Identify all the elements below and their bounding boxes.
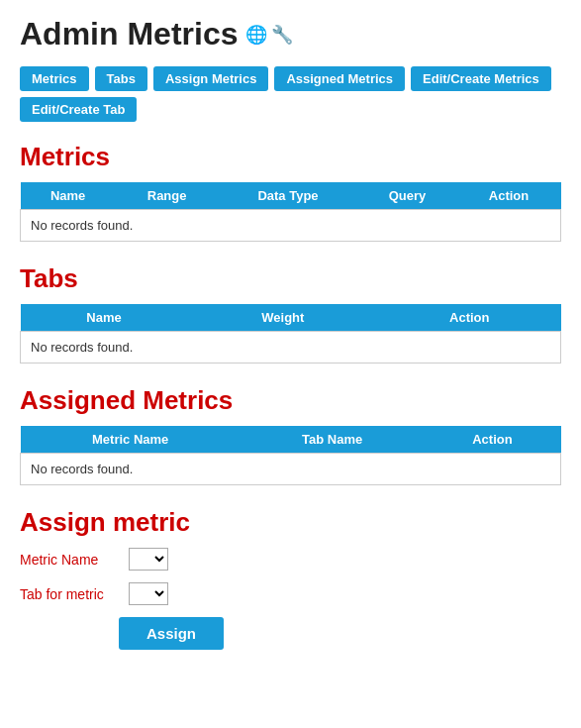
page-title-icons: 🌐 🔧	[245, 24, 293, 46]
tabs-col-weight: Weight	[188, 304, 378, 332]
metrics-col-action: Action	[456, 182, 560, 210]
tabs-table-header: Name Weight Action	[21, 304, 561, 332]
page-title-text: Admin Metrics	[20, 16, 238, 52]
assigned-col-tab-name: Tab Name	[241, 426, 424, 454]
assigned-col-action: Action	[424, 426, 560, 454]
wrench-icon: 🔧	[271, 24, 293, 46]
metrics-col-datatype: Data Type	[219, 182, 358, 210]
metrics-col-name: Name	[21, 182, 116, 210]
nav-btn-assigned-metrics[interactable]: Assigned Metrics	[274, 66, 405, 91]
assign-metric-section-title: Assign metric	[20, 507, 561, 538]
metrics-section-title: Metrics	[20, 142, 561, 172]
tab-metric-select[interactable]	[129, 582, 168, 605]
assign-button-row: Assign	[20, 617, 561, 650]
assigned-metrics-empty: No records found.	[21, 454, 561, 485]
table-row: No records found.	[21, 332, 561, 364]
tabs-col-name: Name	[21, 304, 188, 332]
metrics-empty: No records found.	[21, 210, 561, 242]
assigned-metrics-table-header: Metric Name Tab Name Action	[21, 426, 561, 454]
tabs-empty: No records found.	[21, 332, 561, 364]
table-row: No records found.	[21, 454, 561, 485]
assign-metric-form: Metric Name Tab for metric Assign	[20, 548, 561, 650]
assigned-metrics-section-title: Assigned Metrics	[20, 385, 561, 416]
info-icon: 🌐	[245, 24, 267, 46]
page-title: Admin Metrics 🌐 🔧	[20, 16, 561, 52]
nav-btn-edit-create-metrics[interactable]: Edit/Create Metrics	[411, 66, 551, 91]
nav-btn-tabs[interactable]: Tabs	[95, 66, 147, 91]
metrics-col-query: Query	[357, 182, 456, 210]
tabs-col-action: Action	[378, 304, 560, 332]
tab-metric-label: Tab for metric	[20, 586, 119, 602]
tab-metric-row: Tab for metric	[20, 582, 561, 605]
nav-btn-assign-metrics[interactable]: Assign Metrics	[153, 66, 268, 91]
assigned-metrics-table: Metric Name Tab Name Action No records f…	[20, 426, 561, 485]
assign-button[interactable]: Assign	[119, 617, 224, 650]
nav-btn-metrics[interactable]: Metrics	[20, 66, 89, 91]
assigned-col-metric-name: Metric Name	[21, 426, 241, 454]
nav-btn-edit-create-tab[interactable]: Edit/Create Tab	[20, 97, 137, 122]
tabs-section-title: Tabs	[20, 263, 561, 294]
metric-name-row: Metric Name	[20, 548, 561, 571]
metric-name-select[interactable]	[129, 548, 168, 571]
metrics-col-range: Range	[116, 182, 219, 210]
metrics-table: Name Range Data Type Query Action No rec…	[20, 182, 561, 242]
metric-name-label: Metric Name	[20, 552, 119, 568]
table-row: No records found.	[21, 210, 561, 242]
metrics-table-header: Name Range Data Type Query Action	[21, 182, 561, 210]
nav-buttons: Metrics Tabs Assign Metrics Assigned Met…	[20, 66, 561, 122]
tabs-table: Name Weight Action No records found.	[20, 304, 561, 364]
